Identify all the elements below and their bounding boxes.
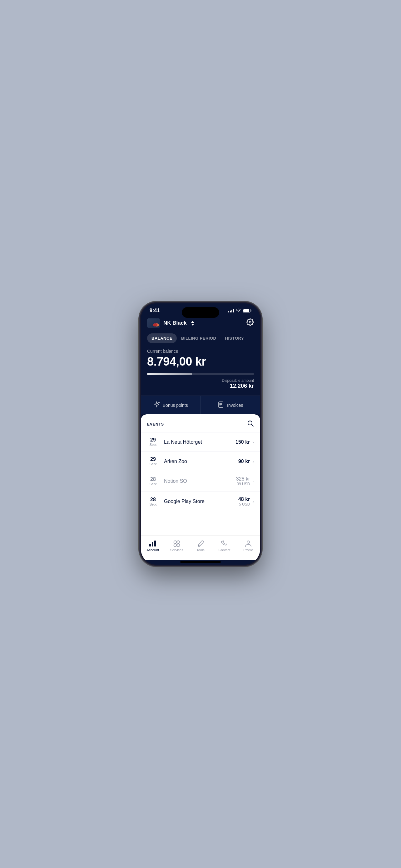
tx-name: Google Play Store bbox=[164, 499, 238, 504]
nav-tools-label: Tools bbox=[196, 548, 205, 552]
status-time: 9:41 bbox=[149, 308, 160, 313]
arrow-up-icon bbox=[191, 321, 194, 323]
card-info[interactable]: NK Black bbox=[147, 318, 194, 328]
wifi-icon bbox=[236, 308, 241, 313]
transaction-row[interactable]: 29 Sept La Neta Hötorget 150 kr › bbox=[141, 432, 260, 452]
svg-point-12 bbox=[177, 544, 179, 547]
svg-rect-7 bbox=[152, 542, 153, 547]
tx-amount: 328 kr bbox=[236, 476, 250, 482]
tab-balance[interactable]: BALANCE bbox=[147, 333, 177, 343]
settings-button[interactable] bbox=[246, 318, 254, 328]
chevron-right-icon: › bbox=[252, 479, 254, 484]
disposable-label: Disposable amount bbox=[147, 378, 254, 383]
nav-tools[interactable]: Tools bbox=[189, 538, 212, 554]
transaction-row[interactable]: 29 Sept Arken Zoo 90 kr › bbox=[141, 452, 260, 471]
svg-point-10 bbox=[177, 541, 179, 544]
invoices-label: Invoices bbox=[227, 403, 243, 408]
nav-contact[interactable]: Contact bbox=[212, 538, 236, 554]
phone-frame: 9:41 bbox=[140, 302, 261, 566]
tx-date: 28 Sept bbox=[147, 497, 159, 506]
chevron-right-icon: › bbox=[252, 459, 254, 464]
svg-point-9 bbox=[174, 541, 176, 544]
nav-account[interactable]: Account bbox=[141, 538, 165, 554]
tx-date: 29 Sept bbox=[147, 457, 159, 466]
svg-rect-6 bbox=[149, 544, 151, 547]
bottom-nav: Account Services Tools bbox=[141, 535, 260, 560]
tx-amount-wrap: 328 kr 39 USD bbox=[236, 476, 250, 486]
nav-account-label: Account bbox=[146, 548, 159, 552]
card-thumbnail bbox=[147, 318, 160, 328]
balance-amount: 8.794,00 kr bbox=[147, 355, 254, 368]
tx-name: La Neta Hötorget bbox=[164, 439, 235, 445]
svg-line-5 bbox=[252, 424, 253, 426]
status-icons bbox=[228, 308, 252, 313]
sparkle-icon bbox=[153, 401, 160, 409]
phone-screen: 9:41 bbox=[141, 303, 260, 565]
services-icon bbox=[173, 540, 181, 547]
tx-date: 28 Sept bbox=[147, 477, 159, 486]
events-title: EVENTS bbox=[147, 422, 164, 427]
card-name: NK Black bbox=[163, 320, 187, 326]
nav-contact-label: Contact bbox=[218, 548, 230, 552]
tx-sub-amount: 39 USD bbox=[236, 482, 250, 486]
tx-amount: 90 kr bbox=[238, 459, 250, 464]
signal-icon bbox=[228, 309, 234, 312]
quick-actions: Bonus points Invoices bbox=[141, 396, 260, 414]
tx-amount-wrap: 150 kr bbox=[235, 439, 250, 445]
svg-point-14 bbox=[247, 541, 249, 544]
card-selector: NK Black bbox=[147, 318, 254, 328]
tab-billing-period[interactable]: BILLING PERIOD bbox=[177, 333, 221, 343]
tools-icon bbox=[196, 540, 205, 547]
nav-profile-label: Profile bbox=[243, 548, 253, 552]
nav-services-label: Services bbox=[170, 548, 183, 552]
chevron-right-icon: › bbox=[252, 499, 254, 504]
invoice-icon bbox=[218, 401, 225, 409]
bonus-points-button[interactable]: Bonus points bbox=[141, 396, 201, 414]
tx-name: Notion SO bbox=[164, 478, 236, 484]
tx-name: Arken Zoo bbox=[164, 459, 238, 464]
svg-point-11 bbox=[174, 544, 176, 547]
events-header: EVENTS bbox=[141, 414, 260, 432]
search-button[interactable] bbox=[247, 420, 254, 428]
nav-profile[interactable]: Profile bbox=[236, 538, 260, 554]
bonus-points-label: Bonus points bbox=[163, 403, 188, 408]
balance-progress-fill bbox=[147, 373, 192, 375]
tx-amount-wrap: 90 kr bbox=[238, 459, 250, 464]
nav-services[interactable]: Services bbox=[165, 538, 188, 554]
balance-label: Current balance bbox=[147, 349, 254, 354]
transaction-row[interactable]: 28 Sept Google Play Store 48 kr 5 USD › bbox=[141, 491, 260, 512]
header-section: NK Black BALANCE BILLING PERIOD bbox=[141, 316, 260, 349]
transaction-row[interactable]: 28 Sept Notion SO 328 kr 39 USD › bbox=[141, 471, 260, 491]
battery-icon bbox=[243, 309, 252, 312]
invoices-button[interactable]: Invoices bbox=[201, 396, 261, 414]
arrow-down-icon bbox=[191, 324, 194, 326]
tab-group: BALANCE BILLING PERIOD HISTORY bbox=[147, 333, 254, 343]
disposable-amount: 12.206 kr bbox=[147, 383, 254, 389]
home-indicator bbox=[180, 561, 221, 563]
chevron-right-icon: › bbox=[252, 440, 254, 445]
tx-date: 29 Sept bbox=[147, 437, 159, 446]
balance-section: Current balance 8.794,00 kr Disposable a… bbox=[141, 349, 260, 396]
disposable-section: Disposable amount 12.206 kr bbox=[147, 378, 254, 389]
contact-icon bbox=[220, 540, 228, 547]
tx-sub-amount: 5 USD bbox=[238, 502, 250, 506]
tx-amount: 150 kr bbox=[235, 439, 250, 445]
bar-chart-icon bbox=[149, 540, 157, 547]
svg-rect-8 bbox=[154, 540, 156, 547]
events-section: EVENTS 29 Sept La Neta Hötorget 150 kr bbox=[141, 414, 260, 535]
tx-amount-wrap: 48 kr 5 USD bbox=[238, 496, 250, 506]
tx-amount: 48 kr bbox=[238, 496, 250, 502]
dynamic-island bbox=[182, 307, 219, 318]
profile-icon bbox=[244, 540, 252, 547]
balance-progress-bar bbox=[147, 373, 254, 375]
tab-history[interactable]: HISTORY bbox=[221, 333, 248, 343]
card-switcher[interactable] bbox=[191, 321, 194, 326]
